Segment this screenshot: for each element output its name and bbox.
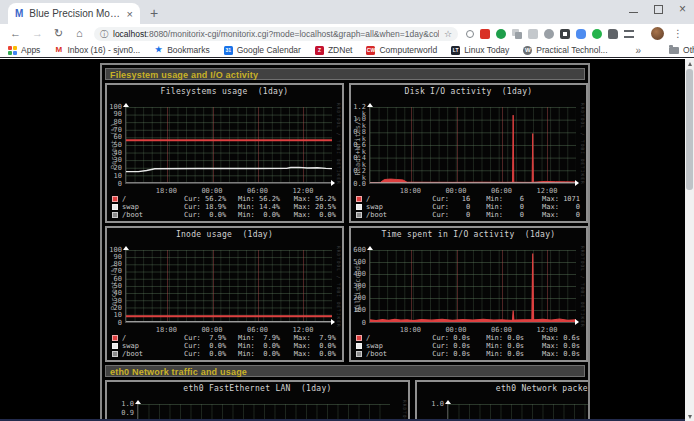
y-axis-arrow-icon — [135, 397, 141, 404]
legend-max: Max: 0.6s — [524, 334, 580, 342]
bookmark-item[interactable]: CWComputerworld — [366, 45, 437, 55]
copy-pages-icon[interactable] — [512, 29, 522, 39]
x-tick-label: 12:00 — [292, 187, 313, 195]
bookmark-star-icon[interactable]: ☆ — [444, 29, 452, 39]
calendar-icon: 31 — [224, 46, 233, 55]
y-tick-label: 0.9 — [107, 410, 134, 417]
graph-plot — [125, 107, 332, 184]
y-tick-label: 100 — [351, 307, 366, 314]
y-tick-label: 300 — [351, 283, 366, 290]
legend-row: /Cur: 0.0sMin: 0.0sMax: 0.6s — [356, 334, 580, 342]
browser-menu-icon[interactable]: ⋮ — [673, 28, 683, 39]
legend-swatch — [112, 343, 118, 349]
bookmark-item[interactable]: ★Bookmarks — [154, 45, 210, 55]
graph-title: Disk I/O activity (1day) — [351, 87, 586, 96]
mail-checker-icon[interactable] — [480, 29, 490, 39]
close-icon[interactable]: × — [679, 5, 686, 14]
y-tick-label: 1.0 — [107, 401, 134, 408]
messenger-icon[interactable] — [576, 29, 586, 39]
reload-button[interactable]: ↻ — [54, 27, 63, 40]
url-bar[interactable]: ⓘ localhost:8080/monitorix-cgi/monitorix… — [94, 27, 458, 41]
graph-plot — [369, 107, 576, 184]
notes-icon[interactable] — [528, 29, 538, 39]
extensions-puzzle-icon[interactable] — [608, 29, 618, 39]
folder-icon — [669, 47, 679, 54]
y-axis-arrow-icon — [445, 397, 451, 404]
legend-swatch — [356, 204, 362, 210]
back-button[interactable]: ← — [10, 27, 21, 39]
screenshot-icon[interactable] — [560, 29, 570, 39]
rrdtool-watermark: RRDTOOL / TOBI OETIKER — [336, 246, 341, 328]
bookmark-item[interactable]: ZZDNet — [315, 45, 353, 55]
minimize-icon[interactable] — [629, 6, 638, 13]
series-swap — [126, 167, 332, 171]
url-host: localhost — [113, 29, 147, 39]
x-tick-label: 18:00 — [400, 187, 421, 195]
legend-row: swapCur: 0Min: 0Max: 0 — [356, 203, 580, 211]
x-tick-label: 06:00 — [491, 326, 512, 334]
legend-cur: Cur: 0.0s — [410, 334, 470, 342]
legend-row: /bootCur: 0Min: 0Max: 0 — [356, 211, 580, 219]
legend-name: / — [122, 195, 166, 203]
graph-panel-eth0-packets[interactable]: eth0 Network packets (1day)Packets/s1.0R… — [415, 380, 590, 419]
window-controls: × — [629, 2, 686, 16]
legend-cur: Cur: 16 — [410, 195, 470, 203]
other-bookmarks-button[interactable]: Other bookmarks — [669, 45, 694, 55]
proxy-icon[interactable] — [496, 29, 506, 39]
wordpress-icon: W — [523, 46, 532, 55]
tab-title: Blue Precision Monitorix — [29, 8, 120, 19]
rrdtool-watermark: RRDTOOL / TOBI OETIKER — [580, 246, 585, 328]
legend-name: / — [366, 334, 410, 342]
new-tab-button[interactable]: + — [150, 5, 158, 21]
graph-io-time: Time spent in I/O activity (1day)Millise… — [351, 228, 586, 360]
y-tick-label: 50 — [107, 142, 122, 149]
graph-panel-inode-usage[interactable]: Inode usage (1day)Percent (%)10090807060… — [105, 226, 344, 362]
legend-cur: Cur: 18.9% — [166, 203, 226, 211]
scrollbar-thumb[interactable] — [686, 69, 693, 190]
bookmark-item[interactable]: LTLinux Today — [451, 45, 509, 55]
y-axis-arrow-icon — [367, 243, 373, 250]
y-tick-label: 1.2 k — [351, 104, 366, 111]
graph-plot — [125, 250, 332, 323]
whatsapp-icon[interactable] — [592, 29, 602, 39]
scroll-up-icon[interactable] — [685, 59, 694, 68]
legend-cur: Cur: 0.0% — [166, 350, 226, 358]
scroll-down-icon[interactable] — [685, 412, 694, 421]
graph-panel-eth0-traffic[interactable]: eth0 FastEthernet LAN (1day)1.00.9RRDTOO… — [105, 380, 410, 419]
section-header: Filesystem usage and I/O activity — [105, 68, 585, 80]
bookmark-item[interactable]: Apps — [8, 45, 40, 55]
y-tick-label: 0 — [107, 181, 122, 188]
home-button[interactable]: ⌂ — [76, 27, 83, 39]
y-tick-label: 0 — [351, 320, 366, 327]
graph-legend: /Cur: 0.0sMin: 0.0sMax: 0.6sswapCur: 0.0… — [356, 334, 580, 358]
search-icon[interactable] — [466, 30, 474, 38]
extensions-row — [466, 27, 634, 41]
rrdtool-watermark: RRDTOOL / TOBI OETIKER — [336, 103, 341, 185]
active-tab[interactable]: M Blue Precision Monitorix × — [8, 3, 140, 24]
graph-panel-fs-usage[interactable]: Filesystems usage (1day)Percent (%)10090… — [105, 83, 344, 223]
y-tick-label: 600 — [351, 247, 366, 254]
reading-list-icon[interactable] — [624, 30, 634, 38]
tab-close-icon[interactable]: × — [127, 8, 133, 20]
legend-name: /boot — [122, 350, 166, 358]
maximize-icon[interactable] — [654, 5, 663, 14]
bookmark-item[interactable]: WPractical Technol... — [523, 45, 607, 55]
profile-avatar[interactable] — [651, 27, 664, 40]
bookmarks-overflow-icon[interactable]: » — [636, 45, 642, 56]
x-tick-label: 06:00 — [491, 187, 512, 195]
cast-icon[interactable] — [544, 29, 554, 39]
bookmark-item[interactable]: 31Google Calendar — [224, 45, 301, 55]
site-info-icon[interactable]: ⓘ — [100, 29, 108, 40]
vertical-scrollbar[interactable] — [685, 59, 694, 421]
legend-name: swap — [366, 203, 410, 211]
y-tick-label: 400 — [351, 271, 366, 278]
graph-panel-disk-io[interactable]: Disk I/O activity (1day)Reads+Writes/s1.… — [349, 83, 588, 223]
bookmark-item[interactable]: MInbox (16) - sjvn0... — [54, 45, 140, 55]
graph-panel-io-time[interactable]: Time spent in I/O activity (1day)Millise… — [349, 226, 588, 362]
browser-window: M Blue Precision Monitorix × + × ← → ↻ ⌂… — [0, 0, 694, 421]
legend-name: swap — [122, 342, 166, 350]
legend-min: Min: 0.0s — [470, 334, 524, 342]
forward-button[interactable]: → — [32, 27, 43, 39]
legend-swatch — [356, 351, 362, 357]
x-tick-label: 00:00 — [445, 187, 466, 195]
